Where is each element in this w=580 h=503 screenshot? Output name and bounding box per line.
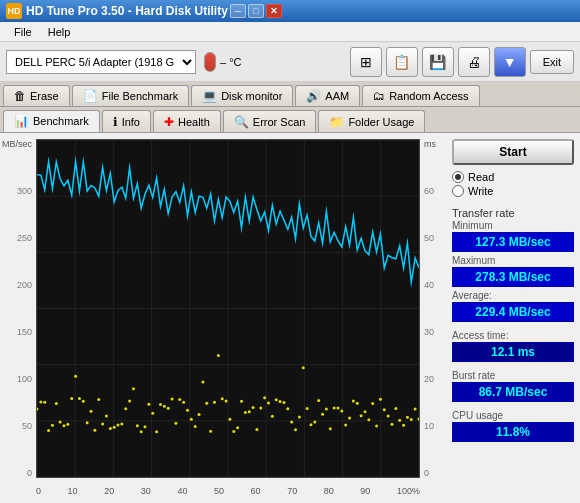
read-write-toggle: Read Write <box>452 169 574 199</box>
read-radio[interactable]: Read <box>452 171 574 183</box>
burst-rate-label: Burst rate <box>452 370 574 381</box>
error-scan-icon: 🔍 <box>234 115 249 129</box>
title-bar: HD HD Tune Pro 3.50 - Hard Disk Utility … <box>0 0 580 22</box>
minimize-button[interactable]: ─ <box>230 4 246 18</box>
tabs-row-2: 📊 Benchmark ℹ Info ✚ Health 🔍 Error Scan… <box>0 107 580 133</box>
menu-help[interactable]: Help <box>40 24 79 40</box>
cpu-usage-value: 11.8% <box>452 422 574 442</box>
y-axis-left: MB/sec 300 250 200 150 100 50 0 <box>0 139 34 478</box>
exit-button[interactable]: Exit <box>530 50 574 74</box>
aam-icon: 🔊 <box>306 89 321 103</box>
folder-usage-icon: 📁 <box>329 115 344 129</box>
write-radio[interactable]: Write <box>452 185 574 197</box>
health-icon: ✚ <box>164 115 174 129</box>
access-time-label: Access time: <box>452 330 574 341</box>
write-radio-dot <box>452 185 464 197</box>
access-time-section: Access time: 12.1 ms <box>452 330 574 362</box>
maximize-button[interactable]: □ <box>248 4 264 18</box>
main-content: MB/sec 300 250 200 150 100 50 0 ms 60 50… <box>0 133 580 502</box>
tab-aam[interactable]: 🔊 AAM <box>295 85 360 106</box>
tab-benchmark[interactable]: 📊 Benchmark <box>3 110 100 132</box>
temperature-indicator: – °C <box>204 52 242 72</box>
chart-area <box>36 139 420 478</box>
burst-rate-value: 86.7 MB/sec <box>452 382 574 402</box>
start-button[interactable]: Start <box>452 139 574 165</box>
erase-icon: 🗑 <box>14 89 26 103</box>
tab-file-benchmark[interactable]: 📄 File Benchmark <box>72 85 189 106</box>
minimum-value: 127.3 MB/sec <box>452 232 574 252</box>
average-value: 229.4 MB/sec <box>452 302 574 322</box>
drive-selector[interactable]: DELL PERC 5/i Adapter (1918 GB) <box>6 50 196 74</box>
minimum-label: Minimum <box>452 220 574 231</box>
transfer-rate-section: Transfer rate Minimum 127.3 MB/sec Maxim… <box>452 207 574 322</box>
tab-folder-usage[interactable]: 📁 Folder Usage <box>318 110 425 132</box>
transfer-rate-label: Transfer rate <box>452 207 574 219</box>
menu-bar: File Help <box>0 22 580 42</box>
average-label: Average: <box>452 290 574 301</box>
tab-random-access[interactable]: 🗂 Random Access <box>362 85 479 106</box>
tab-health[interactable]: ✚ Health <box>153 110 221 132</box>
cpu-usage-label: CPU usage <box>452 410 574 421</box>
random-access-icon: 🗂 <box>373 89 385 103</box>
maximum-value: 278.3 MB/sec <box>452 267 574 287</box>
benchmark-icon: 📊 <box>14 114 29 128</box>
toolbar-btn-4[interactable]: 🖨 <box>458 47 490 77</box>
access-time-value: 12.1 ms <box>452 342 574 362</box>
toolbar-btn-1[interactable]: ⊞ <box>350 47 382 77</box>
tab-info[interactable]: ℹ Info <box>102 110 151 132</box>
tab-error-scan[interactable]: 🔍 Error Scan <box>223 110 317 132</box>
benchmark-chart <box>37 140 419 477</box>
tabs-row-1: 🗑 Erase 📄 File Benchmark 💻 Disk monitor … <box>0 82 580 107</box>
read-radio-dot <box>452 171 464 183</box>
menu-file[interactable]: File <box>6 24 40 40</box>
toolbar-btn-5[interactable]: ▼ <box>494 47 526 77</box>
close-button[interactable]: ✕ <box>266 4 282 18</box>
maximum-label: Maximum <box>452 255 574 266</box>
app-icon: HD <box>6 3 22 19</box>
burst-rate-section: Burst rate 86.7 MB/sec <box>452 370 574 402</box>
title-bar-title: HD Tune Pro 3.50 - Hard Disk Utility <box>26 4 228 18</box>
right-panel: Start Read Write Transfer rate Minimum 1… <box>450 133 580 502</box>
toolbar-btn-2[interactable]: 📋 <box>386 47 418 77</box>
tab-erase[interactable]: 🗑 Erase <box>3 85 70 106</box>
info-icon: ℹ <box>113 115 118 129</box>
cpu-usage-section: CPU usage 11.8% <box>452 410 574 442</box>
toolbar: DELL PERC 5/i Adapter (1918 GB) – °C ⊞ 📋… <box>0 42 580 82</box>
file-benchmark-icon: 📄 <box>83 89 98 103</box>
x-axis: 0 10 20 30 40 50 60 70 80 90 100% <box>36 486 420 496</box>
temperature-label: – °C <box>220 56 242 68</box>
y-axis-right: ms 60 50 40 30 20 10 0 <box>422 139 450 478</box>
tab-disk-monitor[interactable]: 💻 Disk monitor <box>191 85 293 106</box>
thermometer-icon <box>204 52 216 72</box>
disk-monitor-icon: 💻 <box>202 89 217 103</box>
toolbar-btn-3[interactable]: 💾 <box>422 47 454 77</box>
